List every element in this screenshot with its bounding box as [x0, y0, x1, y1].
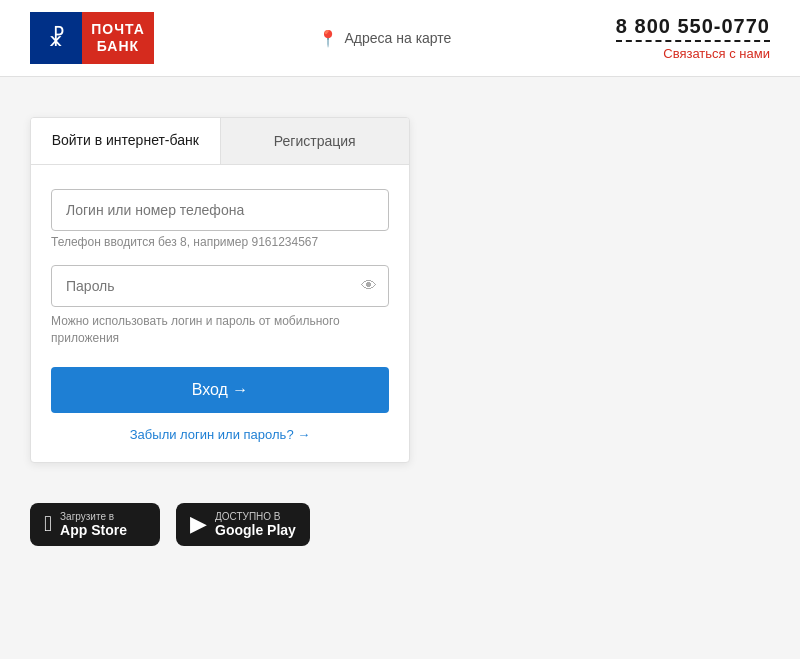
header-contact: 8 800 550-0770 Связаться с нами — [616, 15, 770, 61]
apple-icon:  — [44, 511, 52, 537]
password-hint: Можно использовать логин и пароль от моб… — [51, 313, 389, 347]
location-icon: 📍 — [318, 29, 338, 48]
google-play-icon: ▶ — [190, 511, 207, 537]
login-button[interactable]: Вход → — [51, 367, 389, 413]
svg-text:☧: ☧ — [48, 25, 65, 51]
appstore-badge[interactable]:  Загрузите в App Store — [30, 503, 160, 546]
login-input-group: Телефон вводится без 8, например 9161234… — [51, 189, 389, 249]
googleplay-badge[interactable]: ▶ ДОСТУПНО В Google Play — [176, 503, 310, 546]
phone-number: 8 800 550-0770 — [616, 15, 770, 42]
password-input-group: 👁︎ Можно использовать логин и пароль от … — [51, 265, 389, 347]
main-content: Войти в интернет-банк Регистрация Телефо… — [0, 77, 800, 576]
logo: ☧ ПОЧТА БАНК — [30, 12, 154, 64]
appstore-top-label: Загрузите в — [60, 511, 127, 522]
login-card: Войти в интернет-банк Регистрация Телефо… — [30, 117, 410, 463]
tabs: Войти в интернет-банк Регистрация — [31, 118, 409, 165]
tab-login[interactable]: Войти в интернет-банк — [31, 118, 220, 164]
login-form: Телефон вводится без 8, например 9161234… — [31, 165, 409, 462]
address-link[interactable]: 📍 Адреса на карте — [318, 29, 451, 48]
appstore-bottom-label: App Store — [60, 522, 127, 538]
login-hint: Телефон вводится без 8, например 9161234… — [51, 235, 389, 249]
googleplay-bottom-label: Google Play — [215, 522, 296, 538]
logo-text: ПОЧТА БАНК — [82, 12, 154, 64]
contact-link[interactable]: Связаться с нами — [616, 46, 770, 61]
app-badges:  Загрузите в App Store ▶ ДОСТУПНО В Goo… — [30, 503, 310, 546]
tab-register[interactable]: Регистрация — [220, 118, 410, 164]
eye-icon[interactable]: 👁︎ — [361, 277, 377, 295]
logo-eagle: ☧ — [30, 12, 82, 64]
page-header: ☧ ПОЧТА БАНК 📍 Адреса на карте 8 800 550… — [0, 0, 800, 77]
forgot-link[interactable]: Забыли логин или пароль? → — [51, 427, 389, 442]
login-button-label: Вход → — [192, 381, 249, 399]
googleplay-top-label: ДОСТУПНО В — [215, 511, 296, 522]
password-wrapper: 👁︎ — [51, 265, 389, 307]
login-input[interactable] — [51, 189, 389, 231]
password-input[interactable] — [51, 265, 389, 307]
